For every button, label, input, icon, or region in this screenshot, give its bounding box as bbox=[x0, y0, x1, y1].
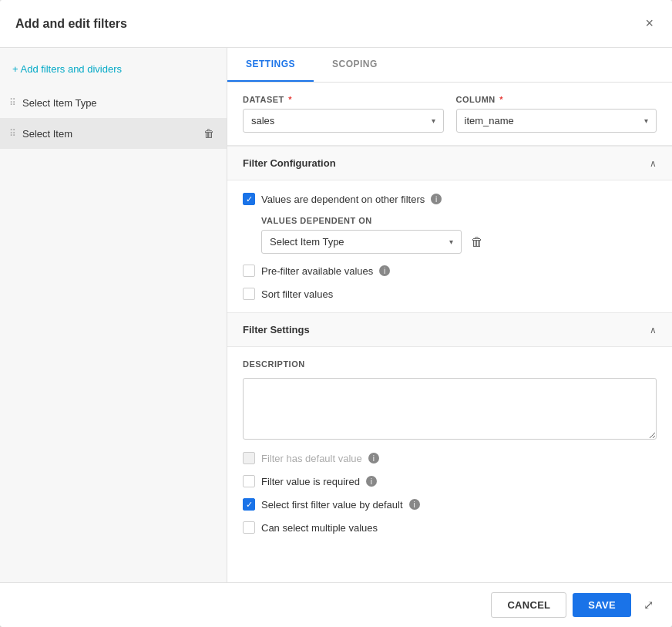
pre-filter-checkbox[interactable] bbox=[243, 265, 255, 277]
main-content: SETTINGS SCOPING DATASET * sales ▾ bbox=[227, 48, 672, 582]
description-textarea[interactable] bbox=[243, 378, 657, 440]
chevron-down-icon: ▾ bbox=[644, 116, 648, 125]
values-dependent-on-label: VALUES DEPENDENT ON bbox=[261, 216, 657, 225]
sort-filter-checkbox[interactable] bbox=[243, 288, 255, 300]
select-first-checkbox[interactable] bbox=[243, 498, 255, 511]
multiple-values-checkbox[interactable] bbox=[243, 521, 255, 534]
tabs: SETTINGS SCOPING bbox=[227, 48, 672, 83]
sort-filter-row: Sort filter values bbox=[243, 288, 657, 300]
column-field-group: COLUMN * item_name ▾ bbox=[456, 95, 657, 133]
footer-buttons: CANCEL SAVE ⤢ bbox=[491, 592, 657, 618]
save-button[interactable]: SAVE bbox=[573, 593, 631, 617]
modal: Add and edit filters × + Add filters and… bbox=[0, 0, 672, 627]
info-icon[interactable]: i bbox=[366, 476, 377, 487]
select-first-label: Select first filter value by default bbox=[261, 499, 403, 511]
info-icon[interactable]: i bbox=[379, 265, 390, 276]
chevron-up-icon: ∧ bbox=[650, 325, 657, 335]
select-first-row: Select first filter value by default i bbox=[243, 498, 657, 511]
expand-button[interactable]: ⤢ bbox=[640, 595, 657, 615]
add-filter-button[interactable]: + Add filters and dividers bbox=[0, 57, 227, 81]
tab-settings[interactable]: SETTINGS bbox=[227, 48, 314, 82]
drag-handle-icon: ⠿ bbox=[9, 97, 16, 108]
values-dependent-on-select[interactable]: Select Item Type ▾ bbox=[261, 230, 462, 254]
dataset-select[interactable]: sales ▾ bbox=[243, 109, 444, 133]
delete-button[interactable]: 🗑 bbox=[200, 126, 217, 141]
drag-handle-icon: ⠿ bbox=[9, 128, 16, 139]
required-star: * bbox=[286, 95, 292, 104]
dataset-field-group: DATASET * sales ▾ bbox=[243, 95, 444, 133]
column-value: item_name bbox=[465, 115, 514, 126]
modal-footer: CANCEL SAVE ⤢ bbox=[0, 582, 672, 627]
content-area: DATASET * sales ▾ COLUMN * item_name bbox=[227, 83, 672, 582]
close-button[interactable]: × bbox=[642, 12, 657, 35]
column-select[interactable]: item_name ▾ bbox=[456, 109, 657, 133]
required-star: * bbox=[497, 95, 503, 104]
filter-required-label: Filter value is required bbox=[261, 476, 360, 487]
info-icon[interactable]: i bbox=[409, 499, 420, 510]
filter-default-label: Filter has default value bbox=[261, 453, 362, 464]
description-label: DESCRIPTION bbox=[243, 359, 657, 369]
chevron-down-icon: ▾ bbox=[432, 116, 435, 125]
dependent-select-row: Select Item Type ▾ 🗑 bbox=[261, 230, 657, 254]
modal-title: Add and edit filters bbox=[15, 17, 127, 31]
sidebar-item-select-item-type[interactable]: ⠿ Select Item Type 🗑 bbox=[0, 87, 227, 118]
chevron-up-icon: ∧ bbox=[650, 158, 657, 169]
values-dependent-on-value: Select Item Type bbox=[270, 236, 344, 248]
multiple-values-row: Can select multiple values bbox=[243, 521, 657, 534]
values-dependent-checkbox[interactable] bbox=[243, 193, 255, 205]
sidebar-item-select-item[interactable]: ⠿ Select Item 🗑 bbox=[0, 118, 227, 149]
filter-configuration-header[interactable]: Filter Configuration ∧ bbox=[227, 146, 672, 180]
chevron-down-icon: ▾ bbox=[449, 238, 453, 246]
dataset-label: DATASET * bbox=[243, 95, 444, 104]
description-field-group: DESCRIPTION bbox=[243, 359, 657, 440]
info-icon[interactable]: i bbox=[431, 194, 442, 204]
filter-required-row: Filter value is required i bbox=[243, 475, 657, 487]
filter-settings-content: DESCRIPTION Filter has default value i F… bbox=[227, 347, 672, 546]
multiple-values-label: Can select multiple values bbox=[261, 522, 378, 534]
dataset-value: sales bbox=[251, 115, 274, 126]
filter-required-checkbox[interactable] bbox=[243, 475, 255, 487]
filter-default-checkbox[interactable] bbox=[243, 452, 255, 464]
delete-dependent-button[interactable]: 🗑 bbox=[468, 232, 486, 252]
info-icon[interactable]: i bbox=[368, 453, 379, 464]
filter-settings-title: Filter Settings bbox=[243, 324, 310, 335]
filter-settings-header[interactable]: Filter Settings ∧ bbox=[227, 312, 672, 347]
filter-configuration-content: Values are dependent on other filters i … bbox=[227, 180, 672, 312]
pre-filter-row: Pre-filter available values i bbox=[243, 265, 657, 277]
column-label: COLUMN * bbox=[456, 95, 657, 104]
values-dependent-on-section: VALUES DEPENDENT ON Select Item Type ▾ 🗑 bbox=[261, 216, 657, 254]
modal-header: Add and edit filters × bbox=[0, 0, 672, 48]
sort-filter-label: Sort filter values bbox=[261, 288, 333, 300]
dataset-column-row: DATASET * sales ▾ COLUMN * item_name bbox=[227, 83, 672, 146]
modal-body: + Add filters and dividers ⠿ Select Item… bbox=[0, 48, 672, 582]
cancel-button[interactable]: CANCEL bbox=[491, 592, 566, 618]
pre-filter-label: Pre-filter available values bbox=[261, 265, 373, 277]
sidebar: + Add filters and dividers ⠿ Select Item… bbox=[0, 48, 227, 582]
values-dependent-row: Values are dependent on other filters i bbox=[243, 193, 657, 205]
filter-configuration-title: Filter Configuration bbox=[243, 157, 336, 169]
sidebar-item-label: Select Item Type bbox=[22, 97, 200, 109]
sidebar-item-label: Select Item bbox=[22, 128, 200, 140]
values-dependent-label: Values are dependent on other filters bbox=[261, 194, 425, 205]
filter-default-row: Filter has default value i bbox=[243, 452, 657, 464]
tab-scoping[interactable]: SCOPING bbox=[314, 48, 396, 82]
